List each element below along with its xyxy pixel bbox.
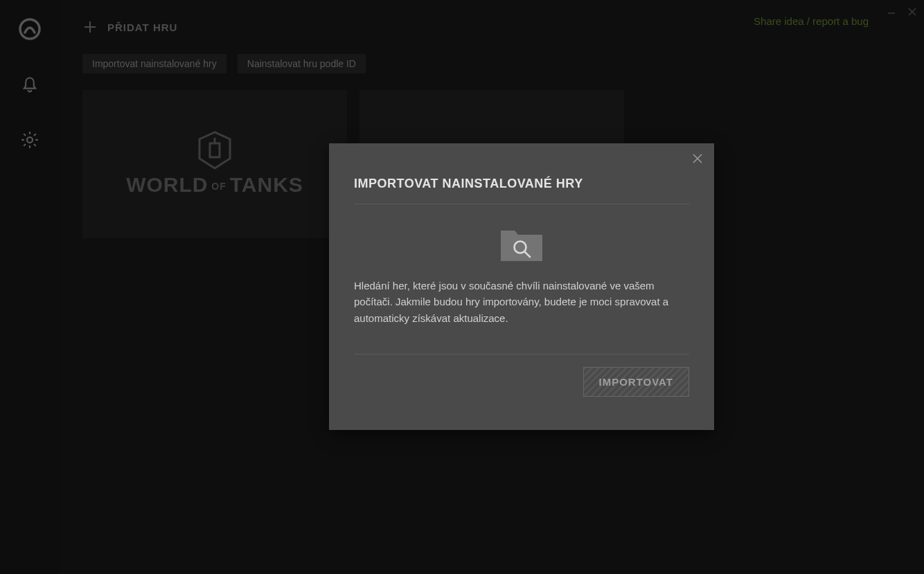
svg-line-6 bbox=[24, 134, 26, 136]
app-root: Share idea / report a bug PŘIDAT HRU Imp… bbox=[0, 0, 924, 574]
bell-icon[interactable] bbox=[20, 75, 39, 95]
modal-title: IMPORTOVAT NAINSTALOVANÉ HRY bbox=[354, 177, 689, 191]
main-area: Share idea / report a bug PŘIDAT HRU Imp… bbox=[59, 0, 924, 574]
svg-point-1 bbox=[27, 137, 33, 143]
svg-line-8 bbox=[24, 144, 26, 146]
modal-close-button[interactable] bbox=[692, 153, 703, 164]
svg-line-9 bbox=[34, 134, 36, 136]
logo-icon[interactable] bbox=[18, 17, 42, 41]
gear-icon[interactable] bbox=[19, 129, 40, 150]
import-modal: IMPORTOVAT NAINSTALOVANÉ HRY Hledání her… bbox=[329, 143, 714, 430]
sidebar bbox=[0, 0, 59, 574]
svg-point-0 bbox=[20, 19, 39, 39]
folder-search-icon bbox=[499, 226, 544, 262]
svg-line-7 bbox=[34, 144, 36, 146]
import-button[interactable]: IMPORTOVAT bbox=[583, 367, 690, 397]
modal-description: Hledání her, které jsou v současné chvíl… bbox=[354, 278, 689, 326]
